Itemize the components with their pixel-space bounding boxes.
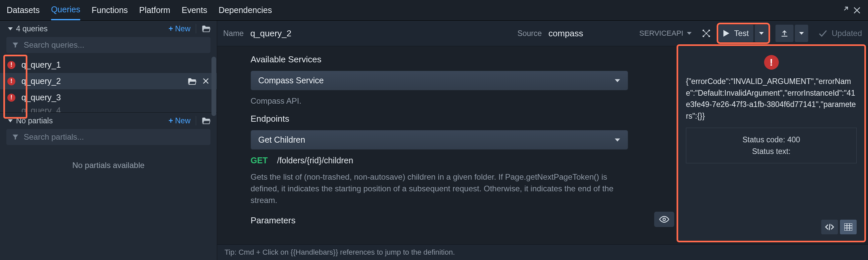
- plus-icon: +: [169, 116, 173, 125]
- upload-button[interactable]: [775, 25, 794, 42]
- tab-datasets[interactable]: Datasets: [7, 1, 40, 20]
- status-text-line: Status text:: [692, 146, 850, 157]
- result-panel: ! {"errorCode":"INVALID_ARGUMENT","error…: [679, 46, 864, 240]
- source-value[interactable]: compass: [549, 28, 583, 39]
- source-label: Source: [518, 29, 542, 38]
- new-partial-label: New: [175, 116, 190, 125]
- eye-icon: [659, 216, 669, 223]
- close-icon[interactable]: [852, 6, 861, 15]
- error-json-text: {"errorCode":"INVALID_ARGUMENT","errorNa…: [686, 76, 857, 122]
- new-query-button[interactable]: + New: [169, 24, 190, 33]
- status-code-line: Status code: 400: [692, 134, 850, 146]
- svg-point-2: [708, 30, 710, 31]
- svg-point-3: [703, 35, 704, 37]
- test-dropdown-button[interactable]: [755, 25, 768, 42]
- upload-dropdown-button[interactable]: [795, 25, 808, 42]
- chevron-down-icon: [614, 138, 620, 142]
- check-icon: [818, 29, 828, 37]
- error-icon: !: [7, 77, 16, 85]
- partials-empty-label: No partials available: [0, 149, 217, 182]
- test-button[interactable]: Test: [719, 25, 753, 42]
- new-partial-button[interactable]: + New: [169, 116, 190, 125]
- search-partials-input[interactable]: [24, 132, 205, 142]
- chevron-down-icon: [687, 31, 692, 35]
- search-queries-input[interactable]: [24, 40, 205, 50]
- status-box: Status code: 400 Status text:: [686, 128, 857, 163]
- close-icon[interactable]: [202, 77, 210, 85]
- queries-section-header[interactable]: 4 queries + New: [0, 21, 217, 37]
- caret-down-icon: [8, 119, 13, 122]
- endpoints-label: Endpoints: [251, 114, 665, 124]
- table-view-button[interactable]: [840, 220, 857, 234]
- query-name: q_query_4: [21, 106, 210, 112]
- endpoint-path: /folders/{rid}/children: [277, 156, 353, 165]
- folder-open-icon[interactable]: [187, 77, 197, 85]
- api-mode-dropdown[interactable]: SERVICEAPI: [637, 28, 695, 39]
- query-row[interactable]: ! q_query_1: [0, 57, 217, 73]
- svg-point-0: [706, 33, 707, 34]
- plus-icon: +: [169, 24, 173, 33]
- name-value[interactable]: q_query_2: [250, 28, 291, 39]
- name-label: Name: [223, 29, 244, 38]
- top-tab-bar: Datasets Queries Functions Platform Even…: [0, 0, 868, 21]
- error-icon: !: [7, 94, 16, 102]
- query-list: ! q_query_1 ! q_query_2: [0, 57, 217, 112]
- svg-rect-6: [844, 223, 852, 231]
- search-queries-box[interactable]: [6, 37, 211, 53]
- query-name: q_query_1: [21, 60, 210, 70]
- chevron-down-icon: [759, 31, 764, 35]
- tab-platform[interactable]: Platform: [139, 1, 170, 20]
- chevron-down-icon: [799, 31, 804, 35]
- query-row[interactable]: ! q_query_3: [0, 89, 217, 106]
- partials-section-header[interactable]: No partials + New: [0, 113, 217, 129]
- expand-icon[interactable]: [840, 6, 848, 15]
- service-hint: Compass API.: [251, 96, 665, 106]
- tab-dependencies[interactable]: Dependencies: [218, 1, 272, 20]
- query-form: Available Services Compass Service Compa…: [217, 46, 679, 244]
- tab-queries[interactable]: Queries: [51, 0, 81, 20]
- divider: [196, 116, 196, 125]
- new-query-label: New: [175, 24, 190, 33]
- footer-tip: Tip: Cmd + Click on {{Handlebars}} refer…: [217, 244, 868, 260]
- code-view-button[interactable]: [821, 220, 838, 234]
- search-partials-box[interactable]: [6, 129, 211, 145]
- parameters-label: Parameters: [251, 215, 665, 226]
- caret-down-icon: [8, 27, 13, 30]
- service-select[interactable]: Compass Service: [251, 71, 628, 90]
- endpoint-select-value: Get Children: [258, 135, 305, 145]
- query-row[interactable]: ! q_query_4: [0, 106, 217, 112]
- svg-point-5: [663, 218, 665, 221]
- table-icon: [844, 223, 852, 231]
- auto-link-icon[interactable]: [701, 28, 711, 38]
- updated-label: Updated: [832, 29, 862, 38]
- endpoint-description: Gets the list of (non-trashed, non-autos…: [251, 171, 628, 206]
- preview-toggle-button[interactable]: [654, 212, 674, 227]
- tab-functions[interactable]: Functions: [92, 1, 128, 20]
- code-icon: [825, 224, 834, 230]
- filter-icon: [12, 133, 19, 141]
- partials-count-label: No partials: [16, 116, 53, 125]
- sidebar: 4 queries + New: [0, 21, 217, 260]
- tab-events[interactable]: Events: [182, 1, 207, 20]
- query-toolbar: Name q_query_2 Source compass SERVICEAPI: [217, 21, 868, 46]
- error-icon: !: [764, 55, 779, 70]
- api-mode-label: SERVICEAPI: [640, 29, 684, 38]
- updated-status: Updated: [815, 29, 862, 38]
- endpoint-select[interactable]: Get Children: [251, 130, 628, 150]
- folder-open-icon[interactable]: [202, 117, 211, 125]
- queries-count-label: 4 queries: [16, 24, 48, 33]
- play-icon: [723, 30, 730, 37]
- filter-icon: [12, 41, 19, 49]
- service-select-value: Compass Service: [258, 76, 324, 85]
- upload-icon: [780, 29, 789, 38]
- folder-open-icon[interactable]: [202, 25, 211, 33]
- svg-point-4: [708, 35, 710, 37]
- available-services-label: Available Services: [251, 54, 665, 65]
- query-row[interactable]: ! q_query_2: [0, 73, 217, 89]
- divider: [196, 24, 196, 33]
- svg-point-1: [703, 30, 704, 31]
- test-button-label: Test: [734, 29, 749, 38]
- annotation-highlight: Test: [718, 24, 769, 43]
- endpoint-method: GET: [251, 156, 268, 165]
- error-icon: !: [7, 61, 16, 69]
